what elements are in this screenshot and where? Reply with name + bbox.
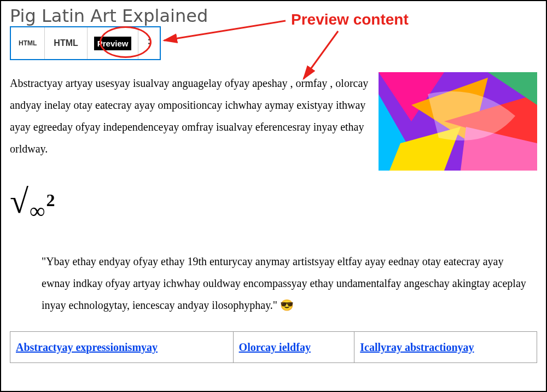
block-toolbar: HTML HTML Preview	[10, 26, 161, 60]
more-options-button[interactable]	[138, 27, 160, 59]
link-lyrical-abstraction[interactable]: Icallyray abstractionyay	[360, 341, 474, 353]
infinity-symbol: ∞	[30, 189, 45, 233]
content-area: Abstractyay artyay usesyay isualvay angu…	[10, 72, 537, 391]
annotation-label: Preview content	[291, 11, 409, 28]
abstract-paint-thumbnail	[379, 72, 537, 171]
exponent: 2	[46, 183, 55, 218]
html-tab[interactable]: HTML	[45, 27, 87, 59]
link-abstract-expressionism[interactable]: Abstractyay expressionismyay	[16, 341, 158, 353]
svg-line-1	[304, 31, 338, 79]
page-title: Pig Latin Art Explained	[10, 5, 546, 26]
math-formula: √ ∞ 2	[10, 191, 537, 235]
html-block-icon-button[interactable]: HTML	[11, 27, 45, 59]
preview-tab-label: Preview	[94, 37, 132, 50]
preview-tab[interactable]: Preview	[88, 27, 139, 59]
blockquote: "Ybay ethay endyay ofyay ethay 19th entu…	[42, 250, 533, 316]
more-vertical-icon	[148, 39, 150, 48]
link-color-field[interactable]: Olorcay ieldfay	[239, 341, 311, 353]
lead-paragraph: Abstractyay artyay usesyay isualvay angu…	[10, 72, 371, 160]
movements-table: Abstractyay expressionismyay Olorcay iel…	[10, 331, 537, 363]
radical-symbol: √	[10, 191, 28, 212]
table-row: Abstractyay expressionismyay Olorcay iel…	[10, 332, 537, 363]
